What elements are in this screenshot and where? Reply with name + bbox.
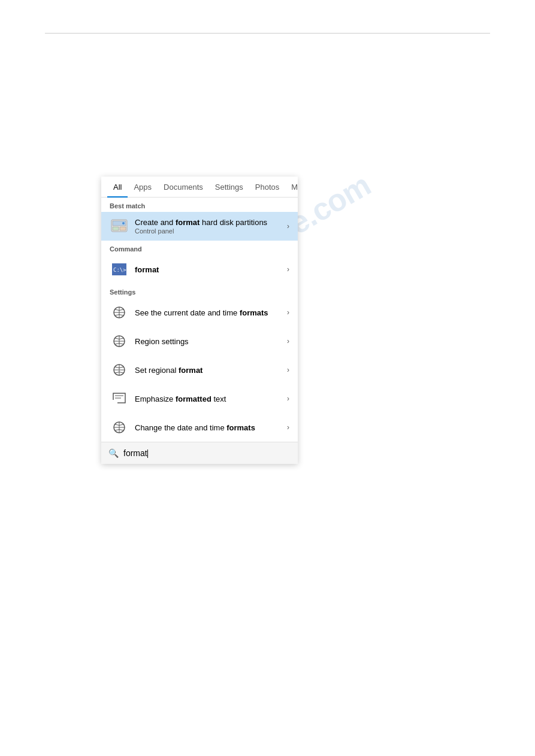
globe-icon-3 [110, 360, 129, 379]
command-icon: C:\> [110, 260, 129, 279]
best-match-text: Create and format hard disk partitions C… [135, 218, 283, 235]
top-divider [45, 33, 490, 34]
settings-emphasize-chevron-icon: › [287, 394, 289, 403]
svg-rect-3 [120, 227, 126, 230]
best-match-chevron-icon: › [287, 222, 289, 230]
globe-icon-1 [110, 303, 129, 322]
settings-change-datetime-formats-chevron-icon: › [287, 423, 289, 432]
settings-regional-format-chevron-icon: › [287, 366, 289, 374]
command-format-title: format [135, 265, 283, 274]
start-menu: All Apps Documents Settings Photos M Bes… [101, 177, 298, 464]
settings-item-change-datetime-formats[interactable]: Change the date and time formats › [101, 413, 298, 442]
settings-datetime-formats-chevron-icon: › [287, 308, 289, 317]
command-format-text: format [135, 265, 283, 274]
tab-photos[interactable]: Photos [249, 177, 285, 198]
settings-label: Settings [101, 284, 298, 298]
tab-settings[interactable]: Settings [209, 177, 249, 198]
tab-all[interactable]: All [107, 177, 128, 198]
settings-item-region[interactable]: Region settings › [101, 327, 298, 356]
globe-icon-2 [110, 332, 129, 351]
tab-more[interactable]: M [285, 177, 304, 198]
settings-region-chevron-icon: › [287, 337, 289, 345]
tab-bar: All Apps Documents Settings Photos M [101, 177, 298, 198]
settings-item-datetime-formats[interactable]: See the current date and time formats › [101, 298, 298, 327]
settings-change-datetime-formats-title: Change the date and time formats [135, 423, 283, 432]
search-bar[interactable]: 🔍 format [101, 442, 298, 464]
settings-region-text: Region settings [135, 337, 283, 346]
emphasize-icon [110, 389, 129, 408]
search-icon: 🔍 [108, 448, 119, 458]
best-match-title: Create and format hard disk partitions [135, 218, 283, 227]
settings-regional-format-text: Set regional format [135, 366, 283, 375]
settings-region-title: Region settings [135, 337, 283, 346]
globe-icon-4 [110, 418, 129, 437]
settings-emphasize-title: Emphasize formatted text [135, 394, 283, 403]
settings-datetime-formats-text: See the current date and time formats [135, 308, 283, 317]
settings-datetime-formats-title: See the current date and time formats [135, 308, 283, 317]
results-panel: Best match Create and format hard disk p… [101, 198, 298, 442]
settings-change-datetime-formats-text: Change the date and time formats [135, 423, 283, 432]
command-format-chevron-icon: › [287, 265, 289, 274]
svg-point-4 [122, 222, 125, 224]
svg-text:C:\>: C:\> [113, 267, 126, 273]
search-input[interactable]: format [123, 448, 291, 458]
command-label: Command [101, 241, 298, 255]
command-format-item[interactable]: C:\> format › [101, 255, 298, 284]
settings-item-regional-format[interactable]: Set regional format › [101, 356, 298, 384]
settings-regional-format-title: Set regional format [135, 366, 283, 375]
disk-management-icon [110, 217, 129, 236]
svg-rect-2 [113, 227, 119, 230]
settings-item-emphasize[interactable]: Emphasize formatted text › [101, 384, 298, 413]
tab-apps[interactable]: Apps [128, 177, 158, 198]
tab-documents[interactable]: Documents [158, 177, 209, 198]
best-match-subtitle: Control panel [135, 227, 283, 235]
settings-emphasize-text: Emphasize formatted text [135, 394, 283, 403]
svg-rect-19 [113, 400, 117, 404]
best-match-item[interactable]: Create and format hard disk partitions C… [101, 212, 298, 241]
best-match-label: Best match [101, 198, 298, 212]
